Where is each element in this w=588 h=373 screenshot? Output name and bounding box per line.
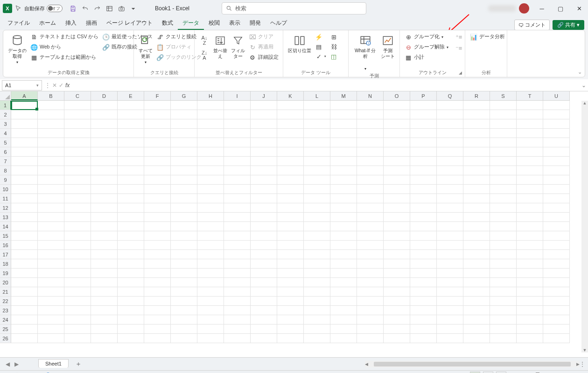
col-header[interactable]: Q xyxy=(437,91,463,100)
cell[interactable] xyxy=(330,194,357,203)
cell[interactable] xyxy=(224,325,251,334)
cell[interactable] xyxy=(118,222,144,231)
cell[interactable] xyxy=(197,222,224,231)
cell[interactable] xyxy=(91,147,118,157)
cell[interactable] xyxy=(357,203,384,213)
col-header[interactable]: E xyxy=(118,91,144,100)
cell[interactable] xyxy=(543,203,570,213)
cell[interactable] xyxy=(463,278,490,287)
cell[interactable] xyxy=(38,185,64,194)
cell[interactable] xyxy=(543,147,570,157)
cell[interactable] xyxy=(171,119,197,129)
cell[interactable] xyxy=(437,306,463,315)
cell[interactable] xyxy=(410,259,437,269)
cell[interactable] xyxy=(330,250,357,259)
cell[interactable] xyxy=(251,325,277,334)
cell[interactable] xyxy=(357,315,384,325)
cell[interactable] xyxy=(277,315,304,325)
data-analysis-button[interactable]: 📊データ分析 xyxy=(470,32,505,41)
cell[interactable] xyxy=(517,259,543,269)
cell[interactable] xyxy=(384,157,410,166)
cell[interactable] xyxy=(11,101,38,110)
cell[interactable] xyxy=(118,287,144,297)
cell[interactable] xyxy=(171,306,197,315)
cell[interactable] xyxy=(171,259,197,269)
cell[interactable] xyxy=(277,269,304,278)
cell[interactable] xyxy=(277,185,304,194)
from-table-button[interactable]: ▦テーブルまたは範囲から xyxy=(30,53,98,62)
cell[interactable] xyxy=(384,101,410,110)
cell[interactable] xyxy=(437,119,463,129)
cell[interactable] xyxy=(490,315,517,325)
cell[interactable] xyxy=(304,175,330,185)
cell[interactable] xyxy=(304,241,330,250)
cell[interactable] xyxy=(304,194,330,203)
cell[interactable] xyxy=(144,315,171,325)
cell[interactable] xyxy=(11,259,38,269)
cell[interactable] xyxy=(11,231,38,241)
cell[interactable] xyxy=(543,287,570,297)
toggle-switch[interactable]: オフ xyxy=(47,5,63,12)
cell[interactable] xyxy=(463,129,490,138)
cell[interactable] xyxy=(490,231,517,241)
select-all-button[interactable] xyxy=(0,91,11,101)
cell[interactable] xyxy=(330,147,357,157)
cell[interactable] xyxy=(437,110,463,119)
cell[interactable] xyxy=(91,287,118,297)
cell[interactable] xyxy=(330,259,357,269)
horizontal-scrollbar[interactable]: ◀▶ xyxy=(365,361,580,367)
col-header[interactable]: L xyxy=(304,91,330,100)
tab-開発[interactable]: 開発 xyxy=(245,17,266,30)
cell[interactable] xyxy=(304,278,330,287)
cell[interactable] xyxy=(437,194,463,203)
cell[interactable] xyxy=(304,222,330,231)
col-header[interactable]: N xyxy=(357,91,384,100)
cell[interactable] xyxy=(64,222,91,231)
cell[interactable] xyxy=(384,231,410,241)
cell[interactable] xyxy=(224,241,251,250)
cell[interactable] xyxy=(330,166,357,175)
cell[interactable] xyxy=(384,222,410,231)
cell[interactable] xyxy=(517,269,543,278)
cell[interactable] xyxy=(64,119,91,129)
cell[interactable] xyxy=(490,297,517,306)
cell[interactable] xyxy=(144,213,171,222)
col-header[interactable]: C xyxy=(64,91,91,100)
cell[interactable] xyxy=(517,185,543,194)
cell[interactable] xyxy=(91,278,118,287)
cell[interactable] xyxy=(490,194,517,203)
cell[interactable] xyxy=(118,203,144,213)
cell[interactable] xyxy=(490,203,517,213)
cell[interactable] xyxy=(410,138,437,147)
tab-表示[interactable]: 表示 xyxy=(224,17,245,30)
tab-描画[interactable]: 描画 xyxy=(81,17,102,30)
cell[interactable] xyxy=(251,306,277,315)
row-headers[interactable]: 1234567891011121314151617181920212223242… xyxy=(0,101,11,343)
spreadsheet-grid[interactable]: ABCDEFGHIJKLMNOPQRSTU 123456789101112131… xyxy=(0,91,588,357)
tab-ページ レイアウト[interactable]: ページ レイアウト xyxy=(102,17,157,30)
cell[interactable] xyxy=(197,203,224,213)
cell[interactable] xyxy=(517,138,543,147)
cell[interactable] xyxy=(330,222,357,231)
cell[interactable] xyxy=(171,147,197,157)
cell[interactable] xyxy=(357,259,384,269)
cell[interactable] xyxy=(330,129,357,138)
undo-icon[interactable] xyxy=(79,3,91,14)
cell[interactable] xyxy=(304,250,330,259)
cell[interactable] xyxy=(91,241,118,250)
cell[interactable] xyxy=(118,278,144,287)
row-header[interactable]: 22 xyxy=(0,297,11,306)
cell[interactable] xyxy=(490,166,517,175)
cell[interactable] xyxy=(490,334,517,343)
cell[interactable] xyxy=(64,297,91,306)
cell[interactable] xyxy=(144,175,171,185)
cell[interactable] xyxy=(330,287,357,297)
cell[interactable] xyxy=(91,157,118,166)
cell[interactable] xyxy=(64,129,91,138)
cell[interactable] xyxy=(543,194,570,203)
page-break-button[interactable]: ⊞ xyxy=(496,372,506,373)
cell[interactable] xyxy=(251,175,277,185)
cell[interactable] xyxy=(410,334,437,343)
row-header[interactable]: 18 xyxy=(0,259,11,269)
cell[interactable] xyxy=(224,334,251,343)
